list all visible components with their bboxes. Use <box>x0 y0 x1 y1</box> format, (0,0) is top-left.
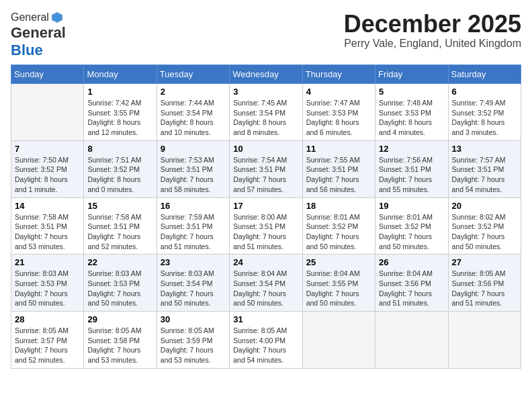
calendar-cell: 19Sunrise: 8:01 AMSunset: 3:52 PMDayligh… <box>375 197 448 255</box>
calendar-header-saturday: Saturday <box>448 65 521 84</box>
calendar-cell: 21Sunrise: 8:03 AMSunset: 3:53 PMDayligh… <box>11 255 84 312</box>
day-info: Sunrise: 8:04 AMSunset: 3:54 PMDaylight:… <box>233 269 298 308</box>
day-number: 6 <box>452 87 517 97</box>
calendar-cell: 5Sunrise: 7:48 AMSunset: 3:53 PMDaylight… <box>375 84 448 141</box>
day-number: 29 <box>87 314 152 324</box>
title-block: December 2025 Perry Vale, England, Unite… <box>344 11 521 50</box>
calendar-cell: 28Sunrise: 8:05 AMSunset: 3:57 PMDayligh… <box>11 312 84 369</box>
calendar-cell: 26Sunrise: 8:04 AMSunset: 3:56 PMDayligh… <box>375 255 448 312</box>
day-number: 9 <box>161 144 226 154</box>
day-info: Sunrise: 7:47 AMSunset: 3:53 PMDaylight:… <box>306 98 371 138</box>
calendar-table: SundayMondayTuesdayWednesdayThursdayFrid… <box>11 64 521 369</box>
day-number: 13 <box>452 144 517 154</box>
calendar-header-sunday: Sunday <box>11 65 84 84</box>
calendar-header-wednesday: Wednesday <box>230 65 302 84</box>
day-info: Sunrise: 8:04 AMSunset: 3:55 PMDaylight:… <box>306 269 371 308</box>
day-number: 22 <box>87 257 152 267</box>
day-info: Sunrise: 7:53 AMSunset: 3:51 PMDaylight:… <box>161 155 226 195</box>
day-info: Sunrise: 8:05 AMSunset: 3:57 PMDaylight:… <box>15 326 80 365</box>
calendar-cell: 25Sunrise: 8:04 AMSunset: 3:55 PMDayligh… <box>302 255 375 312</box>
day-number: 17 <box>233 201 298 211</box>
day-info: Sunrise: 7:54 AMSunset: 3:51 PMDaylight:… <box>233 155 298 195</box>
calendar-cell <box>11 84 84 141</box>
day-info: Sunrise: 7:50 AMSunset: 3:52 PMDaylight:… <box>15 155 80 195</box>
day-number: 27 <box>452 257 517 267</box>
day-number: 8 <box>87 144 152 154</box>
calendar-cell <box>375 312 448 369</box>
day-number: 18 <box>306 201 371 211</box>
day-info: Sunrise: 7:48 AMSunset: 3:53 PMDaylight:… <box>379 98 444 138</box>
day-info: Sunrise: 7:55 AMSunset: 3:51 PMDaylight:… <box>306 155 371 195</box>
calendar-cell: 27Sunrise: 8:05 AMSunset: 3:56 PMDayligh… <box>448 255 521 312</box>
calendar-cell: 6Sunrise: 7:49 AMSunset: 3:52 PMDaylight… <box>448 84 521 141</box>
day-number: 25 <box>306 257 371 267</box>
logo-general-label: General <box>11 24 66 42</box>
day-info: Sunrise: 8:01 AMSunset: 3:52 PMDaylight:… <box>306 212 371 252</box>
day-number: 21 <box>15 257 80 267</box>
day-number: 14 <box>15 201 80 211</box>
calendar-cell: 24Sunrise: 8:04 AMSunset: 3:54 PMDayligh… <box>230 255 302 312</box>
logo-blue-label: Blue <box>11 42 43 58</box>
day-number: 5 <box>379 87 444 97</box>
logo: General General Blue <box>11 11 66 59</box>
day-number: 20 <box>452 201 517 211</box>
calendar-cell: 14Sunrise: 7:58 AMSunset: 3:51 PMDayligh… <box>11 197 84 255</box>
day-info: Sunrise: 7:56 AMSunset: 3:51 PMDaylight:… <box>379 155 444 195</box>
calendar-week-row: 7Sunrise: 7:50 AMSunset: 3:52 PMDaylight… <box>11 140 521 197</box>
day-info: Sunrise: 7:58 AMSunset: 3:51 PMDaylight:… <box>87 212 152 252</box>
day-number: 1 <box>87 87 152 97</box>
day-number: 28 <box>15 314 80 324</box>
day-info: Sunrise: 8:03 AMSunset: 3:53 PMDaylight:… <box>15 269 80 308</box>
calendar-cell: 29Sunrise: 8:05 AMSunset: 3:58 PMDayligh… <box>84 312 157 369</box>
calendar-cell: 10Sunrise: 7:54 AMSunset: 3:51 PMDayligh… <box>230 140 302 197</box>
day-number: 11 <box>306 144 371 154</box>
month-title: December 2025 <box>344 11 521 38</box>
day-number: 3 <box>233 87 298 97</box>
day-info: Sunrise: 8:01 AMSunset: 3:52 PMDaylight:… <box>379 212 444 252</box>
calendar-cell: 3Sunrise: 7:45 AMSunset: 3:54 PMDaylight… <box>230 84 302 141</box>
day-info: Sunrise: 7:42 AMSunset: 3:55 PMDaylight:… <box>87 98 152 138</box>
day-number: 7 <box>15 144 80 154</box>
calendar-cell: 13Sunrise: 7:57 AMSunset: 3:51 PMDayligh… <box>448 140 521 197</box>
day-number: 30 <box>161 314 226 324</box>
day-info: Sunrise: 7:51 AMSunset: 3:52 PMDaylight:… <box>87 155 152 195</box>
calendar-cell: 8Sunrise: 7:51 AMSunset: 3:52 PMDaylight… <box>84 140 157 197</box>
day-info: Sunrise: 8:05 AMSunset: 3:58 PMDaylight:… <box>87 326 152 365</box>
calendar-cell: 17Sunrise: 8:00 AMSunset: 3:51 PMDayligh… <box>230 197 302 255</box>
day-info: Sunrise: 7:59 AMSunset: 3:51 PMDaylight:… <box>161 212 226 252</box>
day-info: Sunrise: 8:04 AMSunset: 3:56 PMDaylight:… <box>379 269 444 308</box>
calendar-cell: 1Sunrise: 7:42 AMSunset: 3:55 PMDaylight… <box>84 84 157 141</box>
day-number: 16 <box>161 201 226 211</box>
day-info: Sunrise: 8:03 AMSunset: 3:54 PMDaylight:… <box>161 269 226 308</box>
calendar-cell <box>302 312 375 369</box>
calendar-header-friday: Friday <box>375 65 448 84</box>
calendar-header-monday: Monday <box>84 65 157 84</box>
day-number: 12 <box>379 144 444 154</box>
calendar-cell: 2Sunrise: 7:44 AMSunset: 3:54 PMDaylight… <box>157 84 229 141</box>
day-info: Sunrise: 7:57 AMSunset: 3:51 PMDaylight:… <box>452 155 517 195</box>
day-info: Sunrise: 7:45 AMSunset: 3:54 PMDaylight:… <box>233 98 298 138</box>
calendar-cell: 9Sunrise: 7:53 AMSunset: 3:51 PMDaylight… <box>157 140 229 197</box>
day-info: Sunrise: 8:05 AMSunset: 3:56 PMDaylight:… <box>452 269 517 308</box>
logo-general-text: General <box>11 11 49 24</box>
day-info: Sunrise: 8:02 AMSunset: 3:52 PMDaylight:… <box>452 212 517 252</box>
calendar-cell: 23Sunrise: 8:03 AMSunset: 3:54 PMDayligh… <box>157 255 229 312</box>
calendar-cell: 4Sunrise: 7:47 AMSunset: 3:53 PMDaylight… <box>302 84 375 141</box>
day-number: 23 <box>161 257 226 267</box>
calendar-cell: 22Sunrise: 8:03 AMSunset: 3:53 PMDayligh… <box>84 255 157 312</box>
calendar-header-row: SundayMondayTuesdayWednesdayThursdayFrid… <box>11 65 521 84</box>
day-number: 10 <box>233 144 298 154</box>
calendar-cell: 20Sunrise: 8:02 AMSunset: 3:52 PMDayligh… <box>448 197 521 255</box>
day-info: Sunrise: 7:44 AMSunset: 3:54 PMDaylight:… <box>161 98 226 138</box>
day-info: Sunrise: 8:05 AMSunset: 4:00 PMDaylight:… <box>233 326 298 365</box>
calendar-cell: 15Sunrise: 7:58 AMSunset: 3:51 PMDayligh… <box>84 197 157 255</box>
calendar-cell: 18Sunrise: 8:01 AMSunset: 3:52 PMDayligh… <box>302 197 375 255</box>
calendar-week-row: 21Sunrise: 8:03 AMSunset: 3:53 PMDayligh… <box>11 255 521 312</box>
day-number: 15 <box>87 201 152 211</box>
day-info: Sunrise: 8:03 AMSunset: 3:53 PMDaylight:… <box>87 269 152 308</box>
day-number: 19 <box>379 201 444 211</box>
calendar-cell: 12Sunrise: 7:56 AMSunset: 3:51 PMDayligh… <box>375 140 448 197</box>
page-header: General General Blue December 2025 Perry… <box>11 11 521 59</box>
day-info: Sunrise: 8:00 AMSunset: 3:51 PMDaylight:… <box>233 212 298 252</box>
calendar-week-row: 14Sunrise: 7:58 AMSunset: 3:51 PMDayligh… <box>11 197 521 255</box>
